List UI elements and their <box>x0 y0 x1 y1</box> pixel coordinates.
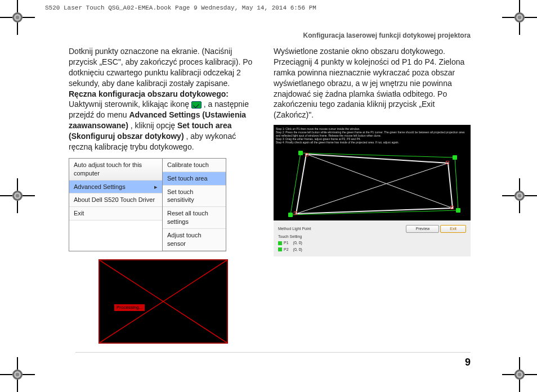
context-menu-screenshot: Auto adjust touch for this computer Adva… <box>69 158 226 251</box>
svg-marker-3 <box>296 154 453 214</box>
para-fragment: Uaktywnij sterownik, klikając ikonę <box>69 100 191 109</box>
point-label: P2 <box>284 247 289 251</box>
para: Dotknij punkty oznaczone na ekranie. (Na… <box>69 46 258 89</box>
page-rule <box>75 352 471 353</box>
panel-title: Method Light Point <box>278 226 311 231</box>
right-column: Wyświetlone zostanie okno obszaru dotyko… <box>274 46 471 344</box>
calib-corner-icon <box>446 161 449 164</box>
calib-point-icon <box>456 208 460 213</box>
running-head: Konfiguracja laserowej funkcji dotykowej… <box>303 31 471 39</box>
book-meta: S520 Laser Touch QSG_A02-EMEA.book Page … <box>45 4 316 11</box>
crop-mark-icon <box>8 186 27 205</box>
submenu-item-selected: Set touch area <box>163 172 226 186</box>
calib-point-icon <box>453 155 457 160</box>
calibration-panel: Method Light Point Preview Exit Touch Se… <box>274 220 471 256</box>
calib-corner-icon <box>305 153 308 156</box>
square-icon <box>278 247 282 251</box>
crop-mark-icon <box>510 186 529 205</box>
touch-area-screenshot: Step 1: Click on P1 then move the mouse … <box>274 125 471 256</box>
calib-corner-icon <box>294 211 297 215</box>
para-fragment: , kliknij opcję <box>131 121 177 130</box>
crop-mark-icon <box>8 365 27 384</box>
left-column: Dotknij punkty oznaczone na ekranie. (Na… <box>69 46 258 344</box>
calib-corner-icon <box>450 206 454 209</box>
submenu-item: Calibrate touch <box>163 159 226 172</box>
submenu-item: Adjust touch sensor <box>163 229 226 251</box>
page-number: 9 <box>465 357 471 368</box>
menu-item-selected: Advanced Settings <box>69 181 162 194</box>
menu-item: Auto adjust touch for this computer <box>69 159 162 181</box>
submenu-item: Reset all touch settings <box>163 207 226 229</box>
tray-driver-icon <box>191 101 202 109</box>
processing-screenshot: Processing... <box>99 259 228 344</box>
point-label: P1 <box>284 241 289 245</box>
crop-mark-icon <box>510 365 529 384</box>
para: Przeciągnij 4 punkty w kolejności od P1 … <box>274 57 471 120</box>
menu-item: About Dell S520 Touch Driver <box>69 193 162 207</box>
exit-button: Exit <box>440 225 466 232</box>
para: Wyświetlone zostanie okno obszaru dotyko… <box>274 46 471 57</box>
point-value: (0, 0) <box>293 240 302 245</box>
panel-section: Touch Setting <box>278 234 302 239</box>
square-icon <box>278 241 282 245</box>
calib-point-icon <box>298 151 303 155</box>
preview-button: Preview <box>406 225 439 232</box>
menu-item: Exit <box>69 207 162 220</box>
submenu-item: Set touch sensitivity <box>163 186 226 208</box>
processing-label: Processing... <box>114 304 145 312</box>
heading-inline: Ręczna konfiguracja obszaru dotykowego: <box>69 89 229 98</box>
svg-line-5 <box>296 163 448 214</box>
point-value: (0, 0) <box>293 247 302 252</box>
calib-point-icon <box>288 213 293 217</box>
crop-mark-icon <box>8 8 27 27</box>
crop-mark-icon <box>510 8 529 27</box>
